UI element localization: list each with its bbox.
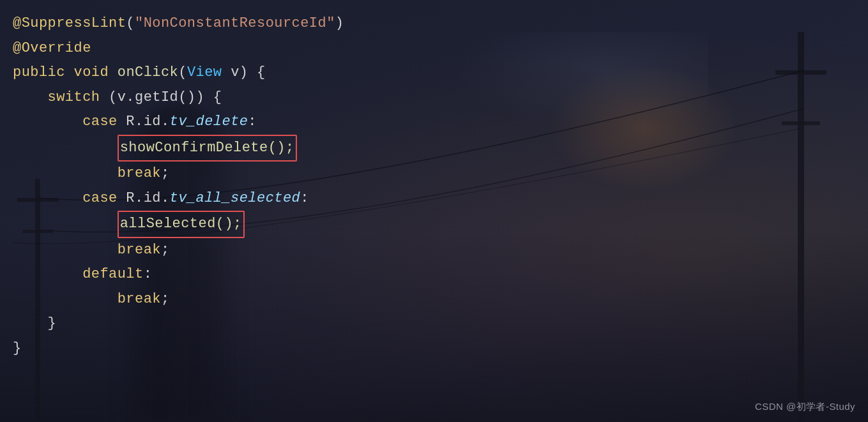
highlighted-code: allSelected(); (118, 211, 245, 238)
code-line-line1: @SuppressLint("NonConstantResourceId") (13, 11, 849, 36)
code-line-line14: } (13, 336, 849, 361)
code-line-line8: case R.id.tv_all_selected: (13, 186, 849, 211)
code-container: @SuppressLint("NonConstantResourceId")@O… (0, 0, 868, 422)
watermark: CSDN @初学者-Study (755, 401, 855, 413)
code-line-line6: showConfirmDelete(); (13, 135, 849, 162)
code-line-line2: @Override (13, 36, 849, 61)
highlighted-code: showConfirmDelete(); (118, 135, 297, 162)
code-line-line11: default: (13, 262, 849, 287)
code-line-line7: break; (13, 162, 849, 186)
code-line-line4: switch (v.getId()) { (13, 86, 849, 110)
code-line-line10: break; (13, 238, 849, 263)
code-line-line9: allSelected(); (13, 211, 849, 238)
code-line-line3: public void onClick(View v) { (13, 61, 849, 86)
code-line-line13: } (13, 312, 849, 336)
code-line-line5: case R.id.tv_delete: (13, 110, 849, 135)
code-line-line12: break; (13, 287, 849, 312)
